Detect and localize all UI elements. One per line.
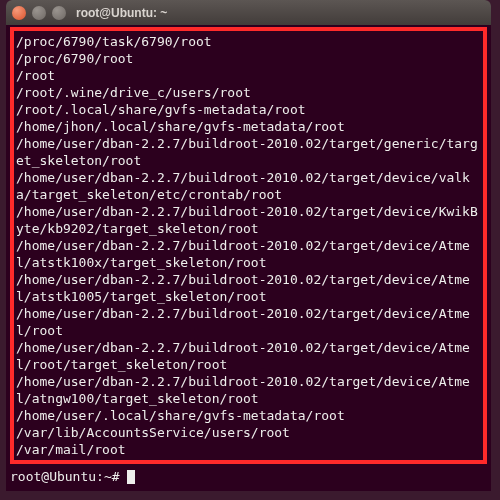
output-line: /root <box>16 67 481 84</box>
maximize-icon[interactable] <box>52 6 66 20</box>
output-line: /proc/6790/task/6790/root <box>16 33 481 50</box>
highlight-box: /proc/6790/task/6790/root /proc/6790/roo… <box>10 27 487 464</box>
output-line: /home/user/dban-2.2.7/buildroot-2010.02/… <box>16 203 481 237</box>
output-line: /home/user/dban-2.2.7/buildroot-2010.02/… <box>16 135 481 169</box>
output-line: /home/user/dban-2.2.7/buildroot-2010.02/… <box>16 305 481 339</box>
output-line: /home/jhon/.local/share/gvfs-metadata/ro… <box>16 118 481 135</box>
close-icon[interactable] <box>12 6 26 20</box>
output-line: /root/.wine/drive_c/users/root <box>16 84 481 101</box>
output-line: /proc/6790/root <box>16 50 481 67</box>
terminal-body[interactable]: /proc/6790/task/6790/root /proc/6790/roo… <box>6 25 491 491</box>
output-line: /root/.local/share/gvfs-metadata/root <box>16 101 481 118</box>
window-title: root@Ubuntu: ~ <box>76 6 167 20</box>
output-line: /home/user/.local/share/gvfs-metadata/ro… <box>16 407 481 424</box>
output-line: /var/mail/root <box>16 441 481 458</box>
shell-prompt: root@Ubuntu:~# <box>10 469 127 484</box>
terminal-window: root@Ubuntu: ~ /proc/6790/task/6790/root… <box>6 0 491 491</box>
output-line: /home/user/dban-2.2.7/buildroot-2010.02/… <box>16 237 481 271</box>
output-line: /home/user/dban-2.2.7/buildroot-2010.02/… <box>16 271 481 305</box>
cursor-icon <box>127 470 135 484</box>
output-line: /var/lib/AccountsService/users/root <box>16 424 481 441</box>
output-line: /home/user/dban-2.2.7/buildroot-2010.02/… <box>16 339 481 373</box>
titlebar[interactable]: root@Ubuntu: ~ <box>6 0 491 25</box>
minimize-icon[interactable] <box>32 6 46 20</box>
output-line: /home/user/dban-2.2.7/buildroot-2010.02/… <box>16 169 481 203</box>
output-line: /home/user/dban-2.2.7/buildroot-2010.02/… <box>16 373 481 407</box>
prompt-line[interactable]: root@Ubuntu:~# <box>10 468 487 485</box>
